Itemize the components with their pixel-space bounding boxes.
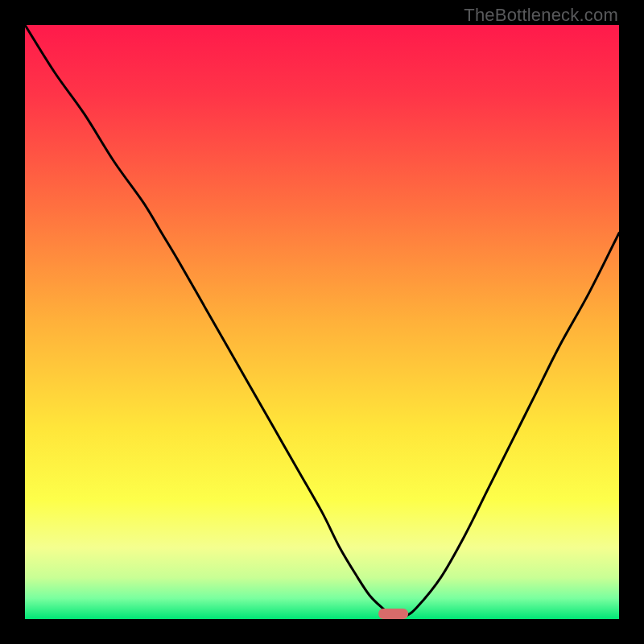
gradient-background [25, 25, 619, 619]
watermark-text: TheBottleneck.com [464, 5, 618, 26]
chart-frame: TheBottleneck.com [0, 0, 644, 644]
plot-area [25, 25, 619, 619]
chart-svg [25, 25, 619, 619]
optimal-marker [378, 609, 408, 619]
